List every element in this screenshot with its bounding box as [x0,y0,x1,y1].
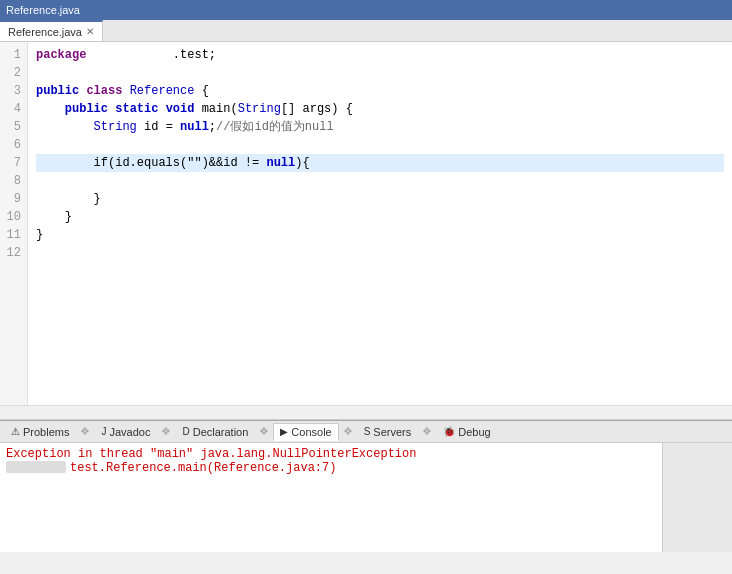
code-line [36,136,724,154]
code-line [36,64,724,82]
console-error-line2-suffix: test.Reference.main(Reference.java:7) [70,461,336,475]
code-line: } [36,226,724,244]
code-line: package .test; [36,46,724,64]
servers-tab-label: Servers [373,426,411,438]
line-number: 12 [6,244,21,262]
tab-separator: ❖ [422,425,432,438]
line-numbers: 123456789101112 [0,42,28,405]
tab-problems[interactable]: ⚠Problems [4,423,76,441]
line-number: 3 [6,82,21,100]
console-error-line2: test.Reference.main(Reference.java:7) [6,461,656,475]
bottom-tab-bar: ⚠Problems❖JJavadoc❖DDeclaration❖▶Console… [0,421,732,443]
tab-close-icon[interactable]: ✕ [86,26,94,37]
line-number: 10 [6,208,21,226]
tab-label: Reference.java [8,26,82,38]
javadoc-tab-label: Javadoc [109,426,150,438]
declaration-tab-label: Declaration [193,426,249,438]
console-tab-icon: ▶ [280,426,288,437]
code-line: public class Reference { [36,82,724,100]
servers-tab-icon: S [364,426,371,437]
tab-separator: ❖ [259,425,269,438]
problems-tab-label: Problems [23,426,69,438]
tab-separator: ❖ [161,425,171,438]
h-scrollbar[interactable] [0,405,732,419]
line-number: 4 [6,100,21,118]
code-line [36,172,724,190]
editor-area: Reference.java ✕ 123456789101112 package… [0,20,732,420]
debug-tab-label: Debug [458,426,490,438]
line-number: 1 [6,46,21,64]
code-line: } [36,208,724,226]
editor-tab-bar: Reference.java ✕ [0,20,732,42]
title-label: Reference.java [6,4,80,16]
code-line: String id = null;//假如id的值为null [36,118,724,136]
tab-debug[interactable]: 🐞Debug [436,423,497,441]
debug-tab-icon: 🐞 [443,426,455,437]
javadoc-tab-icon: J [101,426,106,437]
tab-separator: ❖ [80,425,90,438]
code-line [36,244,724,262]
title-bar: Reference.java [0,0,732,20]
code-content[interactable]: package .test; public class Reference { … [28,42,732,405]
code-line: if(id.equals("")&&id != null){ [36,154,724,172]
tab-console[interactable]: ▶Console [273,423,338,441]
code-line: } [36,190,724,208]
tab-javadoc[interactable]: JJavadoc [94,423,157,441]
console-error-line1: Exception in thread "main" java.lang.Nul… [6,447,656,461]
line-number: 6 [6,136,21,154]
line-number: 2 [6,64,21,82]
line-number: 11 [6,226,21,244]
declaration-tab-icon: D [182,426,189,437]
line-number: 5 [6,118,21,136]
right-panel-stub [662,443,732,552]
bottom-panel: ⚠Problems❖JJavadoc❖DDeclaration❖▶Console… [0,420,732,552]
line-number: 9 [6,190,21,208]
line-number: 7 [6,154,21,172]
console-tab-label: Console [291,426,331,438]
tab-declaration[interactable]: DDeclaration [175,423,255,441]
problems-tab-icon: ⚠ [11,426,20,437]
tab-servers[interactable]: SServers [357,423,419,441]
code-container: 123456789101112 package .test; public cl… [0,42,732,405]
console-output: Exception in thread "main" java.lang.Nul… [0,443,662,552]
line-number: 8 [6,172,21,190]
console-indent-block [6,461,66,473]
code-line: public static void main(String[] args) { [36,100,724,118]
tab-separator: ❖ [343,425,353,438]
editor-tab-reference[interactable]: Reference.java ✕ [0,20,103,41]
